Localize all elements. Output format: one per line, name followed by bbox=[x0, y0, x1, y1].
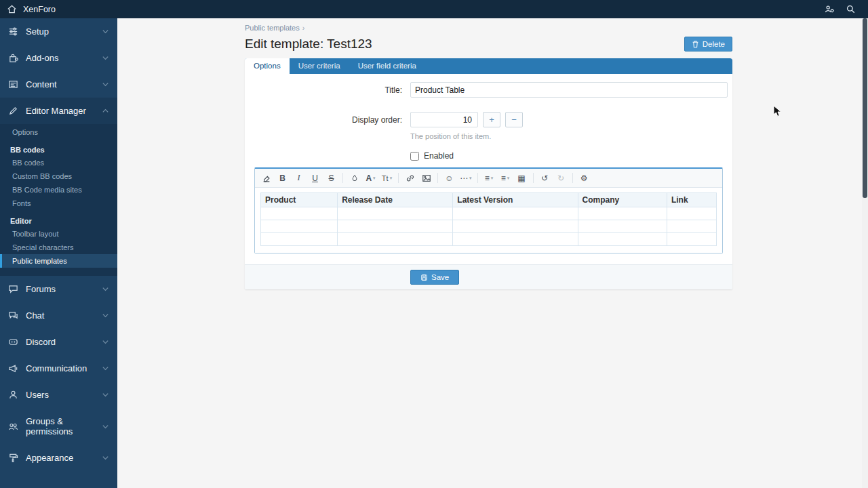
forums-icon bbox=[8, 284, 20, 294]
redo-icon[interactable]: ↻ bbox=[553, 171, 569, 185]
table-cell[interactable] bbox=[261, 207, 338, 220]
rich-text-editor: B I U S A Tt ☺ ⋯ bbox=[254, 167, 723, 253]
save-button[interactable]: Save bbox=[410, 270, 459, 285]
home-icon[interactable] bbox=[7, 4, 17, 14]
app-brand[interactable]: XenForo bbox=[23, 5, 56, 14]
chevron-down-icon bbox=[102, 423, 109, 430]
save-button-label: Save bbox=[431, 273, 449, 281]
table-cell[interactable] bbox=[261, 233, 338, 246]
submenu-item-options[interactable]: Options bbox=[0, 125, 117, 139]
submenu-item-custom-bb-codes[interactable]: Custom BB codes bbox=[0, 169, 117, 183]
trash-icon bbox=[692, 40, 699, 48]
chevron-down-icon bbox=[102, 28, 109, 35]
editor-settings-icon[interactable]: ⚙ bbox=[576, 171, 592, 185]
submenu-item-special-characters[interactable]: Special characters bbox=[0, 241, 117, 254]
vertical-scrollbar[interactable] bbox=[862, 18, 868, 488]
alignment-icon[interactable]: ≡ bbox=[481, 171, 497, 185]
chat-icon bbox=[8, 310, 20, 321]
undo-icon[interactable]: ↺ bbox=[537, 171, 553, 185]
page-title: Edit template: Test123 bbox=[245, 37, 372, 52]
table-cell[interactable] bbox=[338, 233, 453, 246]
sidebar-item-communication[interactable]: Communication bbox=[0, 355, 117, 382]
chevron-down-icon bbox=[102, 81, 109, 88]
sidebar-item-users[interactable]: Users bbox=[0, 382, 117, 408]
table-header-cell[interactable]: Latest Version bbox=[453, 193, 578, 207]
table-header-cell[interactable]: Company bbox=[578, 193, 667, 207]
sidebar-item-add-ons[interactable]: Add-ons bbox=[0, 45, 117, 71]
sidebar-item-content[interactable]: Content bbox=[0, 71, 117, 98]
insert-table-icon[interactable]: ▦ bbox=[514, 171, 530, 185]
admin-tools-icon[interactable] bbox=[824, 4, 835, 14]
table-header-cell[interactable]: Product bbox=[261, 193, 338, 207]
table-cell[interactable] bbox=[578, 207, 667, 220]
enabled-checkbox[interactable] bbox=[410, 152, 419, 161]
delete-button[interactable]: Delete bbox=[684, 37, 732, 52]
underline-icon[interactable]: U bbox=[307, 171, 323, 185]
submenu-heading-editor: Editor bbox=[0, 210, 117, 227]
table-header-cell[interactable]: Link bbox=[667, 193, 716, 207]
more-options-icon[interactable]: ⋯ bbox=[458, 171, 474, 185]
smilie-icon[interactable]: ☺ bbox=[441, 171, 457, 185]
italic-icon[interactable]: I bbox=[291, 171, 307, 185]
save-icon bbox=[420, 274, 428, 281]
editor-toolbar: B I U S A Tt ☺ ⋯ bbox=[255, 169, 722, 188]
search-icon[interactable] bbox=[846, 4, 856, 14]
sidebar-item-forums[interactable]: Forums bbox=[0, 276, 117, 302]
submenu-item-bb-code-media-sites[interactable]: BB Code media sites bbox=[0, 183, 117, 197]
list-icon[interactable]: ≡ bbox=[498, 171, 513, 185]
image-icon[interactable] bbox=[418, 171, 434, 185]
chevron-down-icon bbox=[102, 338, 109, 346]
decrement-button[interactable]: − bbox=[505, 112, 523, 127]
strikethrough-icon[interactable]: S bbox=[323, 171, 339, 185]
link-icon[interactable] bbox=[402, 171, 418, 185]
sidebar: Setup Add-ons Content Editor Manager Opt… bbox=[0, 18, 117, 488]
sidebar-item-editor-manager[interactable]: Editor Manager bbox=[0, 98, 117, 124]
table-cell[interactable] bbox=[261, 220, 338, 233]
display-order-label: Display order: bbox=[250, 112, 402, 140]
enabled-label: Enabled bbox=[424, 151, 454, 161]
table-cell[interactable] bbox=[453, 207, 578, 220]
table-header-cell[interactable]: Release Date bbox=[338, 193, 453, 207]
title-input[interactable] bbox=[410, 82, 728, 98]
submenu-item-bb-codes[interactable]: BB codes bbox=[0, 156, 117, 169]
increment-button[interactable]: + bbox=[483, 112, 500, 127]
display-order-input[interactable] bbox=[410, 112, 478, 127]
table-cell[interactable] bbox=[453, 220, 578, 233]
table-cell[interactable] bbox=[667, 220, 716, 233]
paint-roller-icon bbox=[8, 453, 20, 463]
table-cell[interactable] bbox=[667, 233, 716, 246]
sidebar-item-label: Add-ons bbox=[26, 53, 102, 63]
table-cell[interactable] bbox=[338, 207, 453, 220]
tab-user-criteria[interactable]: User criteria bbox=[290, 58, 349, 74]
discord-icon bbox=[8, 337, 20, 347]
sidebar-item-discord[interactable]: Discord bbox=[0, 329, 117, 355]
font-size-icon[interactable]: Tt bbox=[379, 171, 395, 185]
edit-template-card: Options User criteria User field criteri… bbox=[245, 58, 732, 289]
submenu-item-public-templates[interactable]: Public templates bbox=[0, 254, 117, 268]
table-cell[interactable] bbox=[578, 220, 667, 233]
sidebar-item-appearance[interactable]: Appearance bbox=[0, 445, 117, 471]
submenu-item-toolbar-layout[interactable]: Toolbar layout bbox=[0, 227, 117, 241]
submenu-item-fonts[interactable]: Fonts bbox=[0, 197, 117, 210]
table-cell[interactable] bbox=[578, 233, 667, 246]
bold-icon[interactable]: B bbox=[275, 171, 290, 185]
remove-format-icon[interactable] bbox=[258, 171, 274, 185]
tab-user-field-criteria[interactable]: User field criteria bbox=[349, 58, 425, 74]
table-cell[interactable] bbox=[453, 233, 578, 246]
topbar: XenForo bbox=[0, 0, 868, 18]
breadcrumb-link[interactable]: Public templates bbox=[245, 24, 300, 32]
pencil-icon bbox=[8, 106, 20, 116]
editor-content[interactable]: Product Release Date Latest Version Comp… bbox=[255, 188, 722, 253]
sidebar-item-groups-permissions[interactable]: Groups & permissions bbox=[0, 408, 117, 445]
toolbar-separator bbox=[437, 173, 438, 183]
sidebar-item-label: Chat bbox=[26, 310, 102, 321]
table-cell[interactable] bbox=[338, 220, 453, 233]
font-family-icon[interactable]: A bbox=[363, 171, 378, 185]
chevron-up-icon bbox=[102, 107, 109, 115]
sidebar-item-chat[interactable]: Chat bbox=[0, 302, 117, 329]
sidebar-item-setup[interactable]: Setup bbox=[0, 18, 117, 45]
text-color-icon[interactable] bbox=[347, 171, 362, 185]
scrollbar-thumb[interactable] bbox=[863, 18, 867, 198]
tab-options[interactable]: Options bbox=[245, 58, 290, 74]
table-cell[interactable] bbox=[667, 207, 716, 220]
